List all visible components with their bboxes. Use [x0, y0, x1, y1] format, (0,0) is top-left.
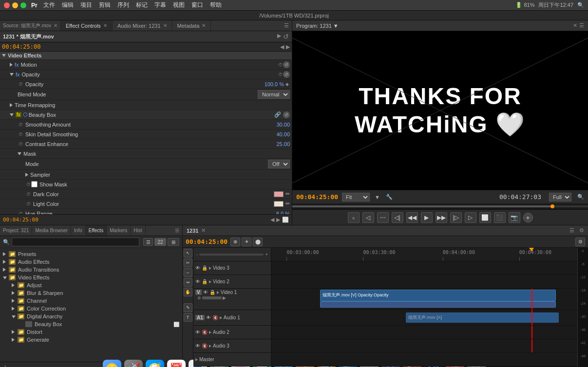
- source-close[interactable]: ✕: [54, 23, 57, 28]
- presets-folder[interactable]: 📁 Presets: [0, 250, 182, 258]
- program-ctrl-btn-5[interactable]: |▷: [450, 212, 462, 223]
- blend-mode-select[interactable]: Normal: [258, 90, 290, 99]
- motion-expand[interactable]: [10, 63, 13, 67]
- distort-folder[interactable]: 📁 Distort: [0, 328, 182, 336]
- window-controls[interactable]: [4, 2, 26, 8]
- v1-scroll-bar[interactable]: [202, 296, 222, 299]
- a2-expand-tri[interactable]: [209, 330, 211, 335]
- audio-effects-folder[interactable]: 📁 Audio Effects: [0, 258, 182, 266]
- project-tab[interactable]: Project: 321: [0, 225, 32, 236]
- bb-link-icon[interactable]: 🔗: [274, 111, 281, 118]
- effects-list-view[interactable]: ☰: [143, 238, 153, 246]
- ve-expand[interactable]: [3, 275, 9, 280]
- program-scrubber[interactable]: [292, 203, 588, 209]
- a3-mute[interactable]: 🔇: [202, 343, 208, 349]
- program-wrench[interactable]: 🔧: [386, 194, 393, 200]
- tool-slide[interactable]: ⇔: [184, 278, 192, 287]
- video2-lock[interactable]: 🔒: [202, 279, 208, 284]
- dock-launchpad[interactable]: 🚀: [124, 360, 143, 367]
- info-tab[interactable]: Info: [71, 225, 86, 236]
- tl-settings-btn[interactable]: ⚙: [575, 238, 585, 246]
- bb-reset[interactable]: ↺: [283, 111, 290, 118]
- dark-color-swatch[interactable]: [274, 191, 284, 197]
- skin-detail-value[interactable]: 40.00: [261, 131, 290, 137]
- menu-help[interactable]: 帮助: [210, 1, 222, 9]
- program-close-btn[interactable]: ✕: [573, 22, 577, 29]
- blur-folder[interactable]: 📁 Blur & Sharpen: [0, 289, 182, 297]
- markers-tab[interactable]: Markers: [107, 225, 131, 236]
- a3-expand-tri[interactable]: [209, 343, 211, 349]
- tl-zoom-slider[interactable]: [199, 254, 264, 256]
- a3-eye[interactable]: 👁: [195, 343, 200, 349]
- video1-eye[interactable]: 👁: [203, 290, 208, 295]
- program-timecode-current[interactable]: 00:04:25:00: [296, 193, 338, 201]
- history-tab[interactable]: Hist: [131, 225, 145, 236]
- menu-view[interactable]: 视图: [173, 1, 185, 9]
- presets-expand[interactable]: [3, 252, 9, 256]
- program-add-btn[interactable]: +: [523, 213, 533, 222]
- video3-content[interactable]: [271, 261, 577, 275]
- video3-eye[interactable]: 👁: [195, 265, 200, 271]
- skin-stopwatch[interactable]: ⏱: [18, 131, 23, 137]
- video1-expand-tri[interactable]: [217, 290, 219, 295]
- scrubber-thumb[interactable]: [550, 204, 554, 208]
- project-panel-menu[interactable]: ☰: [172, 228, 182, 233]
- menu-window[interactable]: 窗口: [191, 1, 203, 9]
- panel-menu-icon[interactable]: ☰: [281, 22, 292, 29]
- effects-new-btn[interactable]: +: [3, 363, 7, 367]
- menu-sequence[interactable]: 序列: [117, 1, 129, 9]
- a2-mute[interactable]: 🔇: [202, 330, 208, 335]
- generate-folder[interactable]: 📁 Generate: [0, 336, 182, 344]
- hue-range-icon[interactable]: ⏱: [18, 211, 23, 215]
- program-magnify[interactable]: 🔍: [577, 194, 584, 200]
- motion-reset[interactable]: ↺: [283, 61, 290, 68]
- audio3-content[interactable]: [271, 339, 577, 352]
- opacity-time-icon[interactable]: ◆: [284, 81, 290, 87]
- menu-title[interactable]: 字幕: [154, 1, 166, 9]
- fullscreen-button[interactable]: [20, 2, 26, 8]
- media-browser-tab[interactable]: Media Browser: [32, 225, 71, 236]
- tool-type[interactable]: T: [184, 313, 192, 322]
- audio-effects-expand[interactable]: [3, 259, 9, 265]
- program-zoom-dropdown[interactable]: ▼: [375, 194, 380, 200]
- video3-expand-tri[interactable]: [209, 265, 211, 271]
- audio-trans-expand[interactable]: [3, 267, 9, 273]
- tool-hand[interactable]: ✋: [184, 288, 192, 296]
- program-ctrl-btn-8[interactable]: ⬛: [494, 212, 506, 223]
- audio-trans-folder[interactable]: 📁 Audio Transitions: [0, 266, 182, 274]
- close-button[interactable]: [4, 2, 10, 8]
- menu-project[interactable]: 项目: [80, 1, 92, 9]
- video2-eye[interactable]: 👁: [195, 279, 200, 284]
- show-mask-icon[interactable]: ⏱: [25, 182, 31, 187]
- program-timecode-end[interactable]: 00:04:27:03: [499, 193, 541, 201]
- adjust-folder[interactable]: 📁 Adjust: [0, 281, 182, 289]
- beauty-box-file[interactable]: Beauty Box ⬜: [0, 320, 182, 328]
- menu-clip[interactable]: 剪辑: [99, 1, 111, 9]
- generate-expand[interactable]: [12, 337, 18, 343]
- program-ctrl-rewind[interactable]: ◀◀: [406, 212, 418, 223]
- program-menu-btn[interactable]: ☰: [579, 22, 584, 29]
- dock-finder[interactable]: 😊: [103, 360, 121, 367]
- hue-range-value[interactable]: 8.0 %: [261, 211, 290, 215]
- light-color-icon[interactable]: ⏱: [25, 201, 31, 207]
- menu-edit[interactable]: 编辑: [62, 1, 74, 9]
- contrast-stopwatch[interactable]: ⏱: [18, 141, 23, 147]
- channel-expand[interactable]: [12, 298, 18, 304]
- master-expand[interactable]: [195, 357, 198, 362]
- menu-file[interactable]: 文件: [43, 1, 55, 9]
- opacity-group-stopwatch[interactable]: ⏱: [277, 72, 283, 77]
- menu-marker[interactable]: 标记: [136, 1, 148, 9]
- video1-lock[interactable]: 🔒: [209, 290, 215, 295]
- digital-anarchy-folder[interactable]: 📁 Digital Anarchy: [0, 312, 182, 320]
- tl-zoom-out[interactable]: +: [265, 252, 268, 257]
- beauty-box-expand[interactable]: [10, 113, 14, 116]
- tool-razor[interactable]: ✂: [184, 258, 192, 267]
- show-mask-checkbox[interactable]: [31, 181, 38, 187]
- smoothing-stopwatch[interactable]: ⏱: [18, 122, 23, 128]
- a1-eye[interactable]: 👁: [206, 315, 211, 320]
- metadata-tab[interactable]: Metadata ✕: [172, 20, 211, 31]
- dock-calendar[interactable]: 📅: [167, 360, 186, 367]
- dark-color-pick[interactable]: ✏: [285, 191, 290, 197]
- ec-resize-icon[interactable]: ⬜: [282, 217, 289, 223]
- tool-slip[interactable]: ↔: [184, 268, 192, 277]
